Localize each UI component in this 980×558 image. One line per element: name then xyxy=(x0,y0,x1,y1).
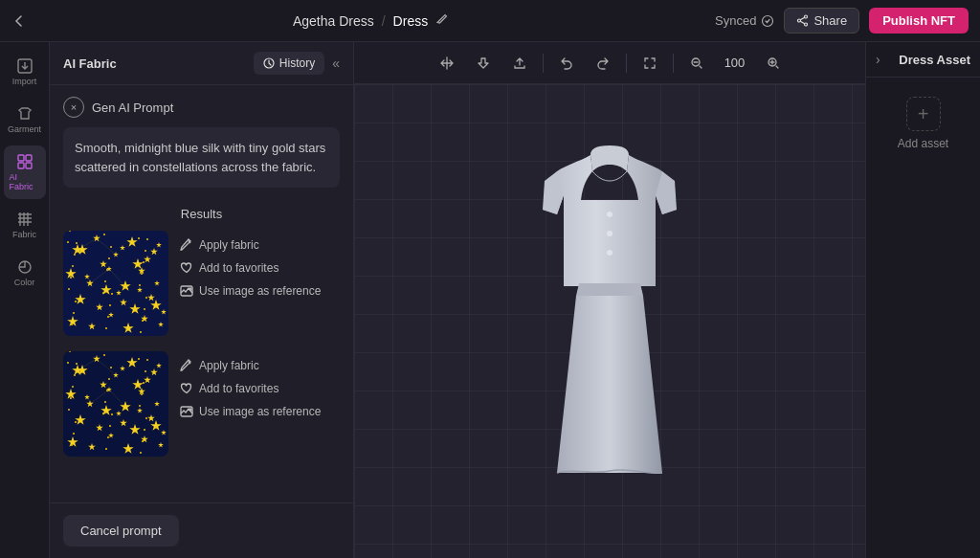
use-as-reference-2-label: Use image as reference xyxy=(199,405,321,418)
result-thumb-1 xyxy=(63,231,168,336)
svg-point-17 xyxy=(607,212,612,217)
share-button[interactable]: Share xyxy=(784,8,859,33)
project-name: Agetha Dress xyxy=(293,13,374,29)
result-item-2: Apply fabric Add to favorites Use image … xyxy=(63,351,340,457)
panel-title: AI Fabric xyxy=(63,56,117,71)
results-title: Results xyxy=(63,207,340,221)
sidebar-item-ai-fabric[interactable]: AI Fabric xyxy=(4,145,46,199)
right-panel: › Dress Asset + Add asset xyxy=(865,42,980,558)
synced-label: Synced xyxy=(715,13,756,28)
upload-tool-button[interactable] xyxy=(504,48,535,78)
history-button[interactable]: History xyxy=(254,52,324,75)
prompt-area: × Gen AI Prompt Smooth, midnight blue si… xyxy=(50,85,353,199)
apply-fabric-2-button[interactable]: Apply fabric xyxy=(180,359,321,372)
3d-canvas[interactable] xyxy=(354,84,865,558)
svg-rect-7 xyxy=(18,163,24,168)
add-to-favorites-1-button[interactable]: Add to favorites xyxy=(180,261,321,275)
topbar: Agetha Dress / Dress Synced Share Publis… xyxy=(0,0,980,42)
canvas-area: 100 xyxy=(354,42,865,558)
topbar-left xyxy=(11,13,27,29)
breadcrumb-slash: / xyxy=(382,13,386,29)
back-button[interactable] xyxy=(11,13,27,29)
prompt-text: Smooth, midnight blue silk with tiny gol… xyxy=(63,127,340,188)
result-2-actions: Apply fabric Add to favorites Use image … xyxy=(180,351,321,457)
toolbar-divider-1 xyxy=(543,54,544,73)
use-as-reference-1-button[interactable]: Use image as reference xyxy=(180,284,321,298)
toolbar-divider-2 xyxy=(626,54,627,73)
dress-model xyxy=(476,119,744,525)
toolbar: 100 xyxy=(354,42,865,84)
sidebar-item-garment-label: Garment xyxy=(8,124,41,134)
add-asset-plus-icon: + xyxy=(906,97,941,131)
edit-icon[interactable] xyxy=(435,12,449,29)
result-1-actions: Apply fabric Add to favorites Use image … xyxy=(180,231,321,336)
collapse-panel-button[interactable]: « xyxy=(332,56,340,71)
prompt-label: Gen AI Prompt xyxy=(92,100,173,115)
result-thumb-2 xyxy=(63,351,168,457)
move-tool-button[interactable] xyxy=(432,48,462,78)
fullscreen-button[interactable] xyxy=(635,48,665,78)
svg-rect-5 xyxy=(18,155,24,161)
add-to-favorites-1-label: Add to favorites xyxy=(199,261,278,275)
svg-rect-6 xyxy=(26,155,32,161)
redo-button[interactable] xyxy=(588,48,618,78)
toolbar-divider-3 xyxy=(673,54,674,73)
history-label: History xyxy=(279,56,315,70)
right-panel-title: Dress Asset xyxy=(899,53,970,67)
svg-point-19 xyxy=(607,250,612,256)
sidebar-item-color-label: Color xyxy=(14,278,35,287)
add-asset-label: Add asset xyxy=(898,137,948,150)
sidebar-item-ai-fabric-label: AI Fabric xyxy=(10,172,40,191)
apply-fabric-2-label: Apply fabric xyxy=(199,359,259,372)
main-layout: Import Garment AI Fabric Fabric Color AI… xyxy=(0,42,980,558)
sidebar-item-import[interactable]: Import xyxy=(4,50,46,94)
cancel-prompt-button[interactable]: Cancel prompt xyxy=(63,515,179,547)
topbar-center: Agetha Dress / Dress xyxy=(293,12,449,29)
close-prompt-button[interactable]: × xyxy=(63,97,84,118)
svg-point-12 xyxy=(189,288,191,290)
pan-tool-button[interactable] xyxy=(468,48,499,78)
add-asset-area[interactable]: + Add asset xyxy=(866,78,980,169)
synced-button[interactable]: Synced xyxy=(715,13,774,28)
collapse-right-button[interactable]: › xyxy=(876,52,880,67)
topbar-right: Synced Share Publish NFT xyxy=(715,8,969,33)
sidebar-item-garment[interactable]: Garment xyxy=(4,98,46,142)
share-label: Share xyxy=(813,13,847,28)
apply-fabric-1-button[interactable]: Apply fabric xyxy=(180,238,321,252)
right-panel-header: › Dress Asset xyxy=(866,42,980,78)
prompt-header: × Gen AI Prompt xyxy=(63,97,340,118)
use-as-reference-2-button[interactable]: Use image as reference xyxy=(180,405,321,418)
panel-header: AI Fabric History « xyxy=(50,42,353,85)
sidebar-item-color[interactable]: Color xyxy=(4,251,46,295)
svg-point-3 xyxy=(798,19,801,22)
add-to-favorites-2-label: Add to favorites xyxy=(199,382,278,395)
apply-fabric-1-label: Apply fabric xyxy=(199,238,259,252)
panel-header-right: History « xyxy=(254,52,340,75)
svg-point-1 xyxy=(805,15,808,18)
svg-point-14 xyxy=(189,409,191,411)
results-section: Results Apply fabric Add to favorites xyxy=(50,199,353,502)
svg-rect-8 xyxy=(26,163,32,168)
zoom-level: 100 xyxy=(718,56,752,70)
sidebar-item-import-label: Import xyxy=(12,77,37,86)
use-as-reference-1-label: Use image as reference xyxy=(199,284,321,298)
svg-point-2 xyxy=(805,23,808,26)
close-icon: × xyxy=(71,101,77,113)
zoom-in-button[interactable] xyxy=(758,48,789,78)
sidebar-item-fabric-label: Fabric xyxy=(12,230,36,239)
result-item-1: Apply fabric Add to favorites Use image … xyxy=(63,231,340,336)
svg-point-18 xyxy=(607,231,612,236)
sidebar-item-fabric[interactable]: Fabric xyxy=(4,203,46,247)
page-name: Dress xyxy=(393,13,429,29)
zoom-out-button[interactable] xyxy=(681,48,712,78)
publish-button[interactable]: Publish NFT xyxy=(869,8,969,33)
left-panel: AI Fabric History « × Gen AI Prompt Smoo… xyxy=(50,42,354,558)
undo-button[interactable] xyxy=(551,48,582,78)
sidebar: Import Garment AI Fabric Fabric Color xyxy=(0,42,50,558)
cancel-area: Cancel prompt xyxy=(50,502,353,558)
add-to-favorites-2-button[interactable]: Add to favorites xyxy=(180,382,321,395)
